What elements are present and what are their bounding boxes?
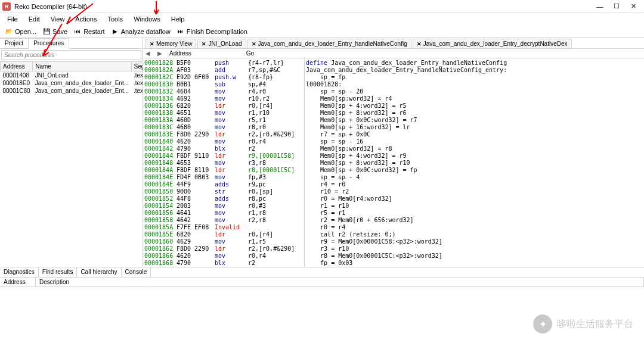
finish-button[interactable]: ⏭Finish Decompilation xyxy=(174,26,250,37)
disasm-tab[interactable]: ✕JNI_OnLoad xyxy=(197,39,246,48)
col-segment[interactable]: Segment xyxy=(131,62,143,71)
col-name[interactable]: Name xyxy=(33,62,131,71)
open-button-icon: 📂 xyxy=(5,27,13,36)
restart-button[interactable]: ⏮Restart xyxy=(71,26,107,37)
save-button[interactable]: 💾Save xyxy=(40,26,70,37)
disasm-row[interactable]: 000018584642movr2,r8 xyxy=(144,217,303,224)
disassembly-pane[interactable]: 00001828B5F0push{r4-r7,lr}0000182AAF03ad… xyxy=(143,58,304,267)
disasm-row[interactable]: 0000183C4680movr8,r0 xyxy=(144,124,303,131)
finish-button-icon: ⏭ xyxy=(177,27,185,36)
menu-tools[interactable]: Tools xyxy=(103,14,128,24)
address-label: Address xyxy=(169,50,191,57)
disasm-row[interactable]: 000018604629movr1,r5 xyxy=(144,238,303,245)
disasm-tab[interactable]: ✕Java_com_andu_dex_loader_Entry_decryptN… xyxy=(413,39,572,48)
bottom-tab-diagnostics[interactable]: Diagnostics xyxy=(0,267,39,277)
tab-label: Java_com_andu_dex_loader_Entry_handleNat… xyxy=(258,40,407,47)
disasm-row[interactable]: 000018664620movr0,r4 xyxy=(144,253,303,260)
disasm-row[interactable]: 000018404620movr0,r4 xyxy=(144,138,303,145)
tab-procedures[interactable]: Procedures xyxy=(29,38,69,49)
menu-actions[interactable]: Actions xyxy=(70,14,101,24)
disasm-row[interactable]: 0000185244F8addsr8,pc xyxy=(144,195,303,202)
bottom-headers: AddressDescription xyxy=(0,278,644,287)
disasm-row[interactable]: 000018424790blxr2 xyxy=(144,145,303,152)
app-icon: R xyxy=(2,2,11,11)
tab-label: Memory View xyxy=(156,40,192,47)
menu-file[interactable]: File xyxy=(2,14,23,24)
disasm-row[interactable]: 000018684790blxr2 xyxy=(144,260,303,267)
disasm-row[interactable]: 000018324604movr4,r0 xyxy=(144,88,303,95)
disasm-row[interactable]: 000018384651movr1,r10 xyxy=(144,110,303,117)
table-row[interactable]: 00001408JNI_OnLoad.text xyxy=(1,71,143,80)
disasm-row[interactable]: 0000182AAF03addr7,sp,#&C xyxy=(144,67,303,74)
disasm-row[interactable]: 000018484653movr3,r8 xyxy=(144,160,303,167)
col-address[interactable]: Address xyxy=(1,62,33,71)
close-icon[interactable]: ✕ xyxy=(417,41,422,47)
close-icon[interactable]: ✕ xyxy=(202,41,206,47)
left-tabs: ProjectProcedures xyxy=(0,38,143,49)
save-button-icon: 💾 xyxy=(42,27,51,36)
table-row[interactable]: 000018E0Java_com_andu_dex_loader_Ent....… xyxy=(1,79,143,87)
disassembly-tabs: ✕Memory View✕JNI_OnLoad✕Java_com_andu_de… xyxy=(143,38,644,49)
disasm-row[interactable]: 0000184EFD4F 0B03movfp,#3 xyxy=(144,174,303,181)
bottom-col-address[interactable]: Address xyxy=(0,278,36,286)
disasm-row[interactable]: 0000184AF8DF 8110ldrr8,[00001C5C] xyxy=(144,167,303,174)
disasm-row[interactable]: 00001828B5F0push{r4-r7,lr} xyxy=(144,60,303,67)
nav-back-icon[interactable]: ◀ xyxy=(145,50,150,57)
analyze-button[interactable]: ▶Analyze dataflow xyxy=(109,26,173,37)
window-title: Reko Decompiler (64-bit) xyxy=(14,3,592,10)
close-icon[interactable]: ✕ xyxy=(150,41,154,47)
bottom-tab-console[interactable]: Console xyxy=(122,267,151,277)
disasm-tab[interactable]: ✕Java_com_andu_dex_loader_Entry_handleNa… xyxy=(247,39,411,48)
nav-row: ◀ ▶ Address Go xyxy=(143,49,644,58)
minimize-button[interactable]: — xyxy=(592,1,608,12)
search-input[interactable] xyxy=(1,50,141,60)
close-button[interactable]: ✕ xyxy=(625,1,642,12)
analyze-button-icon: ▶ xyxy=(111,27,119,36)
disasm-row[interactable]: 0000182CE92D 0F00push.w{r8-fp} xyxy=(144,74,303,81)
disasm-row[interactable]: 00001830B0B1subsp,#4 xyxy=(144,81,303,88)
disasm-row[interactable]: 0000185AF7FE EF08Invalid xyxy=(144,224,303,231)
analyze-button-label: Analyze dataflow xyxy=(121,28,171,35)
open-button[interactable]: 📂Open... xyxy=(2,26,39,37)
open-button-label: Open... xyxy=(15,28,36,35)
maximize-button[interactable]: ☐ xyxy=(608,1,625,12)
finish-button-label: Finish Decompilation xyxy=(187,28,247,35)
menu-help[interactable]: Help xyxy=(166,14,190,24)
bottom-content xyxy=(0,287,644,349)
disasm-row[interactable]: 000018542003movr0,#3 xyxy=(144,202,303,210)
disasm-row[interactable]: 00001844F8DF 9110ldrr9,[00001C58] xyxy=(144,152,303,160)
disasm-row[interactable]: 00001862F8D0 2290ldrr2,[r0,#&290] xyxy=(144,245,303,253)
disasm-row[interactable]: 000018366820ldrr0,[r4] xyxy=(144,102,303,110)
tab-label: Java_com_andu_dex_loader_Entry_decryptNa… xyxy=(423,40,568,47)
bottom-tab-call-hierarchy[interactable]: Call hierarchy xyxy=(77,267,121,277)
menu-view[interactable]: View xyxy=(46,14,70,24)
menubar: FileEditViewActionsToolsWindowsHelp xyxy=(0,13,644,25)
decompiler-pane[interactable]: define Java_com_andu_dex_loader_Entry_ha… xyxy=(304,58,644,267)
tab-project[interactable]: Project xyxy=(0,38,29,48)
bottom-col-description[interactable]: Description xyxy=(36,278,644,286)
disasm-row[interactable]: 0000183EF8D0 2290ldrr2,[r0,#&290] xyxy=(144,131,303,138)
disasm-row[interactable]: 000018564641movr1,r8 xyxy=(144,210,303,217)
disasm-row[interactable]: 000018344692movr10,r2 xyxy=(144,95,303,102)
tab-label: JNI_OnLoad xyxy=(208,40,242,47)
restart-button-icon: ⏮ xyxy=(73,27,82,36)
disasm-row[interactable]: 0000184E44F9addsr9,pc xyxy=(144,181,303,188)
nav-forward-icon[interactable]: ▶ xyxy=(157,50,162,57)
procedure-table: AddressNameSegment 00001408JNI_OnLoad.te… xyxy=(0,61,143,267)
menu-edit[interactable]: Edit xyxy=(24,14,45,24)
go-label: Go xyxy=(246,50,254,57)
table-row[interactable]: 00001C80Java_com_andu_dex_loader_Ent....… xyxy=(1,87,143,95)
bottom-tab-find-results[interactable]: Find results xyxy=(39,267,78,277)
disasm-row[interactable]: 0000185E6820ldrr0,[r4] xyxy=(144,231,303,238)
close-icon[interactable]: ✕ xyxy=(252,41,256,47)
toolbar: 📂Open...💾Save⏮Restart▶Analyze dataflow⏭F… xyxy=(0,25,644,38)
bottom-tabs: DiagnosticsFind resultsCall hierarchyCon… xyxy=(0,267,644,278)
restart-button-label: Restart xyxy=(83,28,104,35)
save-button-label: Save xyxy=(52,28,67,35)
disasm-row[interactable]: 000018509000strr0,[sp] xyxy=(144,188,303,195)
menu-windows[interactable]: Windows xyxy=(129,14,165,24)
disasm-tab[interactable]: ✕Memory View xyxy=(145,39,196,48)
disasm-row[interactable]: 0000183A460Dmovr5,r1 xyxy=(144,117,303,124)
